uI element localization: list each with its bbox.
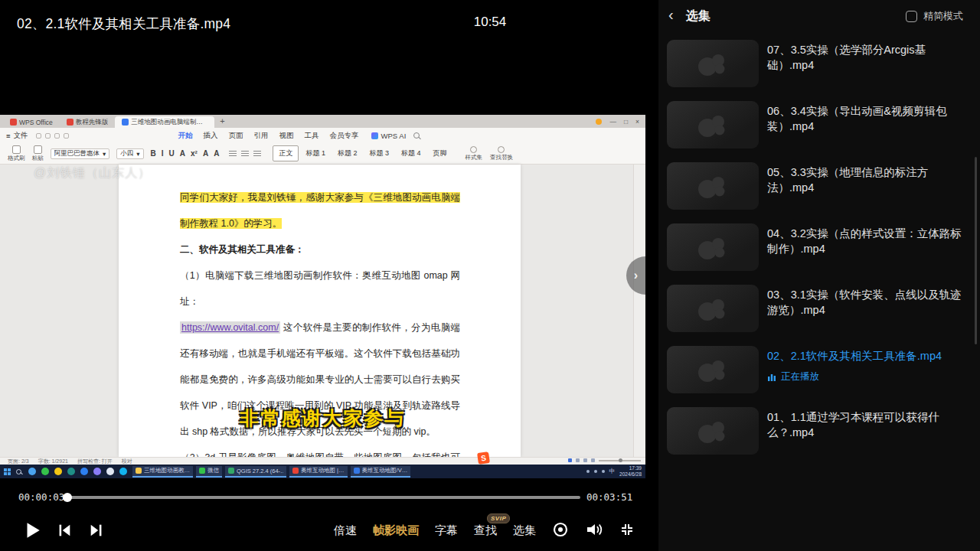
- speed-button[interactable]: 倍速: [334, 523, 357, 538]
- video-thumbnail: [667, 101, 759, 148]
- find-label: 查找: [474, 523, 497, 536]
- chevron-down-icon: ▾: [136, 150, 139, 158]
- episode-panel: ‹ 选集 精简模式 07、3.5实操（选学部分Arcgis基础）.mp4: [658, 0, 980, 551]
- playlist-item-meta: 06、3.4实操（导出动画&视频剪辑包装）.mp4 正在播放: [767, 101, 969, 148]
- record-button[interactable]: [552, 521, 569, 540]
- subtitle-caption: 非常感谢大家参与: [0, 406, 645, 431]
- file-label: 文件: [14, 131, 28, 141]
- subtitles-button[interactable]: 字幕: [435, 523, 458, 538]
- status-item: 字数: 1/2921: [38, 458, 68, 465]
- video-thumbnail: [667, 346, 759, 393]
- ribbon-tools: 样式集 查找替换: [465, 146, 513, 161]
- wps-menu-bar: ≡ 文件 开始插入页面引用视图工具会员专享 WPS AI: [0, 128, 645, 143]
- playlist: 07、3.5实操（选学部分Arcgis基础）.mp4 正在播放: [667, 40, 973, 468]
- wps-window-tab: 三维地图动画电脑端制作教程1.0..: [115, 116, 214, 128]
- style-chip: 标题 1: [300, 146, 331, 161]
- video-thumbnail: [667, 223, 759, 271]
- system-tray: 中 17:39 2024/6/28: [586, 465, 642, 478]
- player-window: 02、2.1软件及其相关工具准备.mp4 10:54 WPS Office 教程…: [0, 0, 980, 551]
- format-letter-icon: I: [162, 149, 164, 158]
- taskbar-date: 2024/6/28: [619, 471, 642, 478]
- tray-icon: [586, 470, 590, 473]
- format-letter-icon: A: [214, 149, 219, 158]
- window-app-icon: [136, 468, 142, 474]
- player-right-controls: 倍速 帧影映画 字幕 SVIP 查找 选集: [334, 520, 635, 540]
- document-icon: [10, 119, 17, 126]
- taskbar-window-button: QGIS 27.2.4 (64-…: [225, 466, 286, 478]
- taskbar-pinned-apps: [28, 468, 127, 475]
- window-title: QGIS 27.2.4 (64-…: [237, 468, 283, 474]
- episodes-button[interactable]: 选集: [513, 523, 536, 538]
- paragraph-text: 同学们大家好，我是刘铁锤，感谢大家参与《三维地图动画电脑端制作教程 1.0》的学…: [180, 192, 460, 229]
- chevron-right-icon: ›: [634, 269, 638, 282]
- wps-ai-label: WPS AI: [381, 132, 407, 140]
- font-size-value: 小四: [120, 149, 133, 158]
- find-button[interactable]: SVIP 查找: [474, 523, 497, 538]
- playlist-item-meta: 04、3.2实操（点的样式设置：立体路标制作）.mp4 正在播放: [767, 223, 969, 271]
- playlist-item[interactable]: 05、3.3实操（地理信息的标注方法）.mp4 正在播放: [667, 162, 973, 210]
- paragraph-icons: [229, 151, 261, 156]
- hyperlink: https://www.ovital.com/: [180, 321, 280, 334]
- brush-icon: [12, 145, 21, 154]
- play-button[interactable]: [22, 520, 42, 540]
- previous-button[interactable]: [56, 522, 73, 539]
- window-title: 微信: [207, 467, 219, 474]
- playlist-item[interactable]: 07、3.5实操（选学部分Arcgis基础）.mp4 正在播放: [667, 40, 973, 87]
- volume-button[interactable]: [585, 521, 603, 540]
- taskbar-app-icon: [41, 468, 49, 475]
- playlist-item-title: 03、3.1实操（软件安装、点线以及轨迹游览）.mp4: [767, 287, 969, 318]
- compact-mode-toggle[interactable]: 精简模式: [906, 9, 963, 23]
- format-letter-icon: U: [169, 149, 175, 158]
- minimize-icon: —: [609, 118, 616, 126]
- tool-label: 查找替换: [490, 155, 513, 161]
- back-button[interactable]: ‹: [668, 5, 674, 24]
- svip-badge: SVIP: [487, 514, 510, 523]
- progress-bar[interactable]: [65, 496, 580, 499]
- taskbar-clock: 17:39 2024/6/28: [619, 465, 642, 478]
- playlist-item[interactable]: 01、1.1通过学习本课程可以获得什么？.mp4 正在播放: [667, 407, 973, 455]
- total-time: 00:03:51: [586, 491, 632, 503]
- taskbar-app-icon: [93, 468, 101, 475]
- playlist-item[interactable]: 03、3.1实操（软件安装、点线以及轨迹游览）.mp4 正在播放: [667, 285, 973, 332]
- wps-menu-tab: 页面: [229, 131, 243, 141]
- playlist-item[interactable]: 04、3.2实操（点的样式设置：立体路标制作）.mp4 正在播放: [667, 223, 973, 271]
- status-item: 拼写检查: 打开: [77, 458, 113, 465]
- taskbar-window-button: 微信: [196, 466, 222, 478]
- ribbon-tool: 查找替换: [490, 146, 513, 161]
- wps-tab-label: 教程先锋版: [76, 118, 109, 127]
- playlist-item-title: 06、3.4实操（导出动画&视频剪辑包装）.mp4: [767, 103, 969, 134]
- progress-handle[interactable]: [63, 493, 72, 502]
- font-size-select: 小四 ▾: [116, 148, 143, 159]
- document-paragraph: （1）电脑端下载三维地图动画制作软件：奥维互动地图 omap 网址：: [180, 262, 460, 315]
- panel-scrollbar[interactable]: [975, 157, 977, 344]
- format-letter-icon: x²: [191, 149, 198, 158]
- redo-icon: [64, 133, 69, 139]
- playlist-item-meta: 01、1.1通过学习本课程可以获得什么？.mp4 正在播放: [767, 407, 969, 455]
- wps-menu-tab: 开始: [178, 131, 193, 141]
- style-chip: 标题 4: [396, 146, 426, 161]
- playlist-item[interactable]: 06、3.4实操（导出动画&视频剪辑包装）.mp4 正在播放: [667, 101, 973, 148]
- brand-button[interactable]: 帧影映画: [373, 523, 419, 538]
- new-tab-icon: +: [220, 117, 224, 126]
- number-list-icon: [241, 151, 249, 156]
- wps-ai-icon: [371, 132, 378, 139]
- style-chip: 正文: [273, 145, 299, 161]
- next-button[interactable]: [88, 522, 105, 539]
- playlist-item-title: 01、1.1通过学习本课程可以获得什么？.mp4: [767, 409, 969, 440]
- equalizer-icon: [767, 373, 776, 382]
- compact-mode-checkbox[interactable]: [906, 11, 917, 22]
- playlist-item-meta: 05、3.3实操（地理信息的标注方法）.mp4 正在播放: [767, 162, 969, 210]
- wps-file-menu: ≡ 文件: [6, 131, 28, 141]
- status-item: 页面: 2/3: [8, 458, 29, 465]
- paste-label: 粘贴: [32, 155, 44, 161]
- font-format-icons: BIUAx²AA: [151, 149, 220, 158]
- wps-ribbon-tabs: 开始插入页面引用视图工具会员专享: [178, 131, 359, 141]
- video-surface[interactable]: WPS Office 教程先锋版 三维地图动画电脑端制作教程1.0.. + — …: [0, 115, 645, 478]
- tool-label: 样式集: [465, 155, 482, 161]
- exit-fullscreen-button[interactable]: [619, 522, 635, 540]
- playlist-item[interactable]: 02、2.1软件及其相关工具准备.mp4 正在播放: [667, 346, 973, 393]
- wps-menu-tab: 插入: [204, 131, 218, 141]
- hamburger-icon: ≡: [6, 132, 11, 140]
- taskbar-window-button: 奥维互动地图 |…: [289, 466, 348, 478]
- window-app-icon: [228, 468, 234, 474]
